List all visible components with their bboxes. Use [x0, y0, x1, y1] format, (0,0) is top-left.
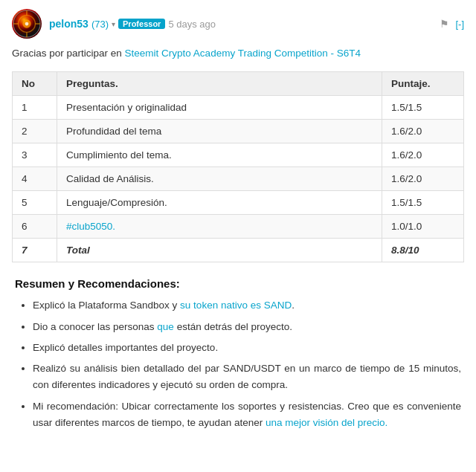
list-item: Explicó la Plataforma Sandbox y su token… — [33, 297, 461, 314]
table-cell-no: 4 — [13, 167, 57, 191]
table-cell-score: 1.5/1.5 — [382, 191, 464, 215]
bullet-link[interactable]: una mejor visión del precio. — [266, 417, 387, 428]
table-cell-question: Cumplimiento del tema. — [57, 143, 382, 167]
bullet-text: están detrás del proyecto. — [174, 321, 292, 332]
table-cell-question: Calidad de Análisis. — [57, 167, 382, 191]
scores-table: No Preguntas. Puntaje. 1Presentación y o… — [12, 71, 464, 262]
summary-list: Explicó la Plataforma Sandbox y su token… — [15, 297, 461, 431]
username[interactable]: pelon53 — [49, 18, 89, 30]
intro-link[interactable]: Steemit Crypto Academy Trading Competiti… — [125, 48, 361, 59]
list-item: Explicó detalles importantes del proyect… — [33, 340, 461, 356]
post-intro: Gracias por participar en Steemit Crypto… — [12, 46, 464, 61]
table-cell-score: 1.6/2.0 — [382, 167, 464, 191]
bullet-text: Mi recomendación: Ubicar correctamente l… — [33, 401, 461, 428]
bullet-link[interactable]: su token nativo es SAND — [180, 300, 292, 311]
col-header-no: No — [13, 72, 57, 96]
col-header-question: Preguntas. — [57, 72, 382, 96]
table-cell-score: 1.6/2.0 — [382, 120, 464, 143]
table-cell-question: Lenguaje/Compresión. — [57, 191, 382, 215]
table-cell-no: 6 — [13, 215, 57, 239]
table-cell-question: #club5050. — [57, 215, 382, 239]
professor-badge: Professor — [118, 19, 165, 29]
dropdown-arrow-icon[interactable]: ▾ — [112, 20, 115, 28]
bullet-text: Explicó la Plataforma Sandbox y — [33, 300, 180, 311]
summary-title: Resumen y Recomendaciones: — [15, 277, 461, 290]
reputation: (73) — [91, 19, 109, 30]
bullet-text: Dio a conocer las personas — [33, 321, 157, 332]
table-cell-score: 8.8/10 — [382, 239, 464, 262]
svg-point-3 — [25, 22, 29, 26]
col-header-score: Puntaje. — [382, 72, 464, 96]
list-item: Dio a conocer las personas que están det… — [33, 319, 461, 335]
table-cell-no: 5 — [13, 191, 57, 215]
bullet-text: Realizó su análisis bien detallado del p… — [33, 363, 461, 390]
bullet-text: . — [292, 300, 295, 311]
header-meta: pelon53 (73) ▾ Professor 5 days ago — [49, 18, 440, 30]
post-container: pelon53 (73) ▾ Professor 5 days ago ⚑ [-… — [0, 0, 476, 444]
bullet-link[interactable]: que — [157, 321, 174, 332]
table-cell-question: Presentación y originalidad — [57, 96, 382, 120]
table-cell-no: 2 — [13, 120, 57, 143]
post-timestamp: 5 days ago — [168, 19, 216, 30]
table-cell-no: 1 — [13, 96, 57, 120]
list-item: Realizó su análisis bien detallado del p… — [33, 361, 461, 394]
question-link[interactable]: #club5050. — [66, 221, 115, 232]
collapse-link[interactable]: [-] — [455, 19, 464, 30]
header-actions: ⚑ [-] — [440, 18, 464, 30]
table-cell-question: Profundidad del tema — [57, 120, 382, 143]
table-cell-score: 1.5/1.5 — [382, 96, 464, 120]
avatar — [12, 9, 42, 39]
table-cell-no: 7 — [13, 239, 57, 262]
table-cell-question: Total — [57, 239, 382, 262]
post-header: pelon53 (73) ▾ Professor 5 days ago ⚑ [-… — [12, 9, 464, 39]
flag-icon[interactable]: ⚑ — [440, 18, 449, 30]
table-cell-score: 1.0/1.0 — [382, 215, 464, 239]
table-cell-no: 3 — [13, 143, 57, 167]
summary-section: Resumen y Recomendaciones: Explicó la Pl… — [12, 277, 464, 431]
table-cell-score: 1.6/2.0 — [382, 143, 464, 167]
intro-text-before: Gracias por participar en — [12, 48, 125, 59]
bullet-text: Explicó detalles importantes del proyect… — [33, 342, 218, 353]
header-top: pelon53 (73) ▾ Professor 5 days ago — [49, 18, 440, 30]
list-item: Mi recomendación: Ubicar correctamente l… — [33, 398, 461, 432]
